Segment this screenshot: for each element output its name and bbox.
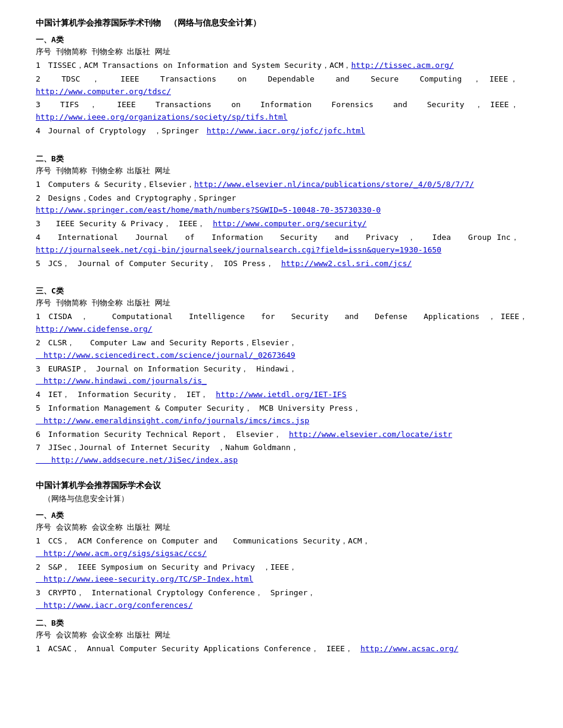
conference-a-2: 2 S&P， IEEE Symposium on Security and Pr…	[36, 561, 527, 586]
conference-a-1: 1 CCS， ACM Conference on Computer and Co…	[36, 535, 527, 560]
journals-section: 中国计算机学会推荐国际学术刊物 （网络与信息安全计算） 一、A类 序号 刊物简称…	[36, 18, 527, 467]
journal-c-5: 5 Information Management & Computer Secu…	[36, 402, 527, 427]
conference-a-1-link[interactable]: http://www.acm.org/sigs/sigsac/ccs/	[36, 549, 207, 558]
journal-b-1: 1 Computers & Security，Elsevier，http://w…	[36, 179, 527, 191]
journals-category-c: 三、C类 序号 刊物简称 刊物全称 出版社 网址 1 CISDA ， Compu…	[36, 286, 527, 467]
journal-c-1-link[interactable]: http://www.cidefense.org/	[36, 324, 153, 333]
journal-a-3: 3 TIFS ， IEEE Transactions on Informatio…	[36, 99, 527, 124]
journal-a-2: 2 TDSC ， IEEE Transactions on Dependable…	[36, 73, 527, 98]
journal-c-6-link[interactable]: http://www.elsevier.com/locate/istr	[289, 430, 452, 439]
journals-a-title: 一、A类	[36, 35, 527, 45]
journal-b-3: 3 IEEE Security & Privacy， IEEE， http://…	[36, 218, 527, 230]
conference-a-3-link[interactable]: http://www.iacr.org/conferences/	[36, 601, 192, 610]
conferences-b-columns: 序号 会议简称 会议全称 出版社 网址	[36, 630, 527, 640]
journal-c-2-link[interactable]: http://www.sciencedirect.com/science/jou…	[36, 351, 296, 360]
journal-b-2: 2 Designs，Codes and Cryptography，Springe…	[36, 192, 527, 217]
journal-c-4-link[interactable]: http://www.ietdl.org/IET-IFS	[216, 390, 346, 399]
journal-a-1: 1 TISSEC，ACM Transactions on Information…	[36, 60, 527, 72]
journals-c-columns: 序号 刊物简称 刊物全称 出版社 网址	[36, 298, 527, 308]
journal-b-4-link[interactable]: http://journalseek.net/cgi-bin/journalse…	[36, 245, 441, 254]
journal-a-3-link[interactable]: http://www.ieee.org/organizations/societ…	[36, 113, 288, 121]
page-container: 中国计算机学会推荐国际学术刊物 （网络与信息安全计算） 一、A类 序号 刊物简称…	[0, 0, 563, 728]
conferences-a-columns: 序号 会议简称 会议全称 出版社 网址	[36, 522, 527, 533]
journals-a-columns: 序号 刊物简称 刊物全称 出版社 网址	[36, 46, 527, 57]
conferences-a-title: 一、A类	[36, 510, 527, 521]
journal-b-3-link[interactable]: http://www.computer.org/security/	[213, 219, 366, 228]
journal-c-2: 2 CLSR， Computer Law and Security Report…	[36, 337, 527, 362]
journal-c-7: 7 JISec，Journal of Internet Security ，Na…	[36, 442, 527, 467]
conference-b-1: 1 ACSAC， Annual Computer Security Applic…	[36, 643, 527, 655]
conferences-category-a: 一、A类 序号 会议简称 会议全称 出版社 网址 1 CCS， ACM Conf…	[36, 510, 527, 612]
journal-b-2-link[interactable]: http://www.springer.com/east/home/math/n…	[36, 205, 381, 214]
conferences-b-title: 二、B类	[36, 618, 527, 629]
journal-b-5: 5 JCS， Journal of Computer Security， IOS…	[36, 258, 527, 270]
journal-b-5-link[interactable]: http://www2.csl.sri.com/jcs/	[281, 259, 412, 268]
journals-c-title: 三、C类	[36, 286, 527, 296]
journal-a-4-link[interactable]: http://www.iacr.org/jofc/jofc.html	[207, 126, 365, 135]
journal-a-2-link[interactable]: http://www.computer.org/tdsc/	[36, 87, 171, 96]
journal-b-4: 4 International Journal of Information S…	[36, 232, 527, 257]
conference-a-2-link[interactable]: http://www.ieee-security.org/TC/SP-Index…	[36, 574, 253, 583]
journal-a-4: 4 Journal of Cryptology ，Springer http:/…	[36, 125, 527, 138]
conferences-category-b: 二、B类 序号 会议简称 会议全称 出版社 网址 1 ACSAC， Annual…	[36, 618, 527, 655]
conference-b-1-link[interactable]: http://www.acsac.org/	[360, 644, 458, 653]
journal-c-5-link[interactable]: http://www.emeraldinsight.com/info/journ…	[36, 416, 309, 425]
journal-c-1: 1 CISDA ， Computational Intelligence for…	[36, 311, 527, 336]
journal-c-6: 6 Information Security Technical Report，…	[36, 429, 527, 441]
conferences-section-subtitle: （网络与信息安全计算）	[36, 493, 527, 504]
journals-section-title: 中国计算机学会推荐国际学术刊物 （网络与信息安全计算）	[36, 18, 527, 29]
journal-a-1-link[interactable]: http://tissec.acm.org/	[351, 61, 453, 70]
conferences-section: 中国计算机学会推荐国际学术会议 （网络与信息安全计算） 一、A类 序号 会议简称…	[36, 480, 527, 655]
journal-b-1-link[interactable]: http://www.elsevier.nl/inca/publications…	[194, 180, 474, 189]
journals-category-a: 一、A类 序号 刊物简称 刊物全称 出版社 网址 1 TISSEC，ACM Tr…	[36, 35, 527, 138]
journals-category-b: 二、B类 序号 刊物简称 刊物全称 出版社 网址 1 Computers & S…	[36, 154, 527, 270]
conference-a-3: 3 CRYPTO， International Cryptology Confe…	[36, 587, 527, 612]
journal-c-4: 4 IET， Information Security， IET， http:/…	[36, 389, 527, 401]
journals-b-title: 二、B类	[36, 154, 527, 164]
journal-c-3: 3 EURASIP， Journal on Information Securi…	[36, 363, 527, 388]
journal-c-3-link[interactable]: http://www.hindawi.com/journals/is_	[36, 376, 207, 385]
journal-c-7-link[interactable]: http://www.addsecure.net/JiSec/index.asp	[36, 455, 238, 464]
conferences-section-title: 中国计算机学会推荐国际学术会议	[36, 480, 527, 491]
journals-b-columns: 序号 刊物简称 刊物全称 出版社 网址	[36, 165, 527, 176]
